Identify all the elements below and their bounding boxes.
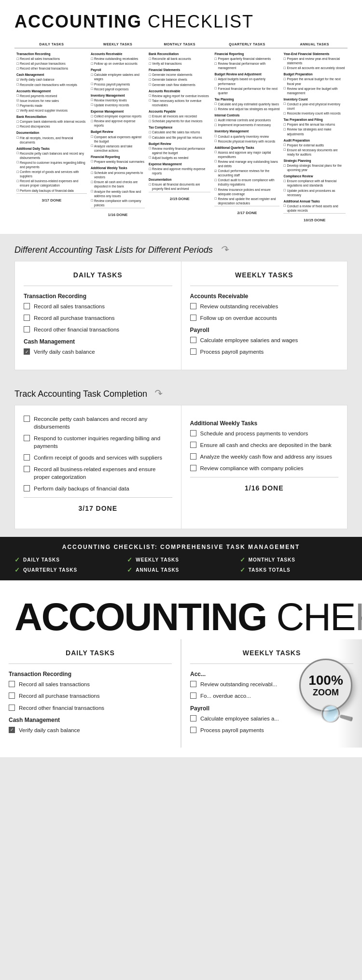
feature-label: TASKS TOTALS — [249, 567, 291, 573]
preview-item: Reconcile petty cash balances and record… — [16, 151, 87, 160]
task-item[interactable]: Process payroll payments — [190, 348, 339, 356]
preview-item: Review and approve the budget with manag… — [283, 86, 346, 95]
task-item[interactable]: ✓Verify daily cash balance — [9, 726, 172, 734]
task-item[interactable]: Process payroll payments — [190, 726, 286, 734]
preview-group-title: Financial Reporting — [214, 52, 279, 56]
checkbox[interactable] — [24, 315, 30, 321]
preview-item: Prepare and review year-end financial st… — [283, 57, 346, 65]
preview-item: Review insurance policies and ensure ade… — [214, 187, 279, 196]
check-icon: ✓ — [240, 566, 246, 574]
check-icon: ✓ — [14, 566, 20, 574]
preview-group-list: Review inventory levelsUpdate inventory … — [91, 98, 145, 107]
task-item[interactable]: Respond to customer inquiries regarding … — [24, 434, 172, 450]
checkbox[interactable] — [9, 681, 15, 687]
task-item[interactable]: ✓Verify daily cash balance — [24, 348, 172, 356]
task-text: Reconcile petty cash balances and record… — [34, 415, 172, 431]
task-item[interactable]: Review compliance with company policies — [190, 464, 339, 472]
preview-group-title: Documentation — [16, 130, 87, 135]
preview-group-title: Expense Management — [91, 109, 145, 114]
checkbox[interactable] — [190, 681, 196, 687]
preview-item: File all receipts, invoices, and financi… — [16, 136, 87, 144]
preview-group-title: Accounts Receivable — [91, 52, 145, 56]
preview-group-list: Prepare for external auditsEnsure all ne… — [283, 143, 346, 157]
check-icon: ✓ — [240, 556, 246, 563]
checkbox[interactable] — [24, 454, 30, 461]
task-text: Perform daily backups of financial data — [34, 485, 129, 492]
checkbox[interactable] — [190, 315, 196, 321]
preview-item: Conduct performance reviews for the acco… — [214, 169, 279, 177]
preview-item: Record other financial transactions — [16, 66, 87, 71]
task-item[interactable]: Calculate employee salaries a... — [190, 715, 286, 722]
task-item[interactable]: Confirm receipt of goods and services wi… — [24, 454, 172, 461]
task-item[interactable]: Record all sales transactions — [9, 680, 172, 688]
checkbox[interactable] — [190, 453, 196, 460]
task-item[interactable]: Reconcile petty cash balances and record… — [24, 415, 172, 431]
task-group-title: Transaction Recording — [24, 293, 172, 300]
checkbox[interactable]: ✓ — [9, 727, 15, 733]
checkbox[interactable]: ✓ — [24, 348, 30, 355]
checkbox[interactable] — [24, 435, 30, 441]
task-item[interactable]: Record all business-related expenses and… — [24, 465, 172, 481]
checkbox[interactable] — [24, 326, 30, 332]
preview-group-list: Ensure compliance with all financial reg… — [283, 179, 346, 197]
preview-group-title: Additional Daily Tasks — [16, 146, 87, 151]
preview-group-list: Conduct a review of fixed assets and upd… — [283, 204, 346, 213]
preview-table: DAILY TASKSWEEKLY TASKSMONTHLY TASKSQUAR… — [14, 41, 348, 224]
preview-item: Prepare quarterly financial statements — [214, 57, 279, 61]
checkbox[interactable] — [190, 348, 196, 355]
checkbox[interactable] — [190, 337, 196, 343]
preview-item: Ensure all necessary documents are ready… — [283, 148, 346, 157]
task-item[interactable]: Perform daily backups of financial data — [24, 485, 172, 492]
feature-label: WEEKLY TASKS — [136, 557, 179, 562]
preview-group-list: Prepare the annual budget for the next f… — [283, 77, 346, 95]
task-item[interactable]: Record other financial transactions — [24, 326, 172, 333]
preview-item: Review tax strategies and make adjustmen… — [283, 127, 346, 136]
checkbox[interactable] — [190, 442, 196, 448]
task-text: Record other financial transactions — [19, 704, 104, 712]
preview-group-list: Prepare and review year-end financial st… — [283, 57, 346, 70]
checkbox[interactable] — [190, 715, 196, 721]
task-item[interactable]: Analyze the weekly cash flow and address… — [190, 453, 339, 461]
task-item[interactable]: Record all sales transactions — [24, 303, 172, 310]
task-item[interactable]: Record other financial transactions — [9, 704, 172, 712]
banner-feature-item: ✓MONTHLY TASKS — [240, 556, 348, 563]
banner-feature-item: ✓DAILY TASKS — [14, 556, 122, 563]
preview-item: Reconcile cash transactions with receipt… — [16, 83, 87, 87]
task-text: Calculate employee salaries and wages — [200, 336, 298, 344]
task-item[interactable]: Fo... overdue acco... — [190, 692, 286, 700]
checkbox[interactable] — [190, 430, 196, 436]
task-item[interactable]: Schedule and process payments to vendors — [190, 430, 339, 437]
banner-title: ACCOUNTING CHECKLIST: COMPREHENSIVE TASK… — [14, 544, 348, 550]
task-item[interactable]: Record all purchase transactions — [9, 692, 172, 700]
checkbox[interactable] — [24, 416, 30, 422]
section3-left-done: 3/17 DONE — [24, 497, 172, 519]
preview-item: Review and approve monthly expense repor… — [149, 167, 210, 175]
check-icon: ✓ — [14, 556, 20, 563]
preview-group-title: Payroll — [91, 68, 145, 72]
checkbox[interactable] — [190, 692, 196, 699]
task-item[interactable]: Ensure all cash and checks are deposited… — [190, 441, 339, 449]
checkbox[interactable] — [9, 705, 15, 711]
task-item[interactable]: Calculate employee salaries and wages — [190, 336, 339, 344]
preview-item: Review financial performance with manage… — [214, 61, 279, 70]
task-item[interactable]: Follow up on overdue accounts — [190, 314, 339, 322]
zoom-two-col: DAILY TASKS Transaction RecordingRecord … — [0, 639, 362, 747]
preview-group-title: Internal Controls — [214, 113, 279, 117]
checkbox[interactable] — [190, 727, 196, 733]
task-item[interactable]: Review outstanding receivables — [190, 303, 339, 310]
task-item[interactable]: Review outstanding receivabl... — [190, 680, 286, 688]
checkbox[interactable] — [24, 466, 30, 472]
preview-group-title: Compliance Review — [283, 174, 346, 178]
zoom-weekly-col: WEEKLY TASKS Acc...Review outstanding re… — [181, 639, 362, 747]
task-group-title: Payroll — [190, 705, 286, 712]
checkbox[interactable] — [24, 485, 30, 491]
task-item[interactable]: Record all purchase transactions — [24, 314, 172, 322]
preview-item: Review compliance with company policies — [91, 199, 145, 207]
checkbox[interactable] — [9, 692, 15, 699]
preview-col-body: Financial ReportingPrepare quarterly fin… — [212, 48, 281, 225]
preview-group-title: Cash Management — [16, 72, 87, 77]
checkbox[interactable] — [190, 303, 196, 309]
checkbox[interactable] — [24, 303, 30, 309]
checkbox[interactable] — [190, 465, 196, 471]
section3-left-col: Reconcile petty cash balances and record… — [15, 405, 181, 529]
